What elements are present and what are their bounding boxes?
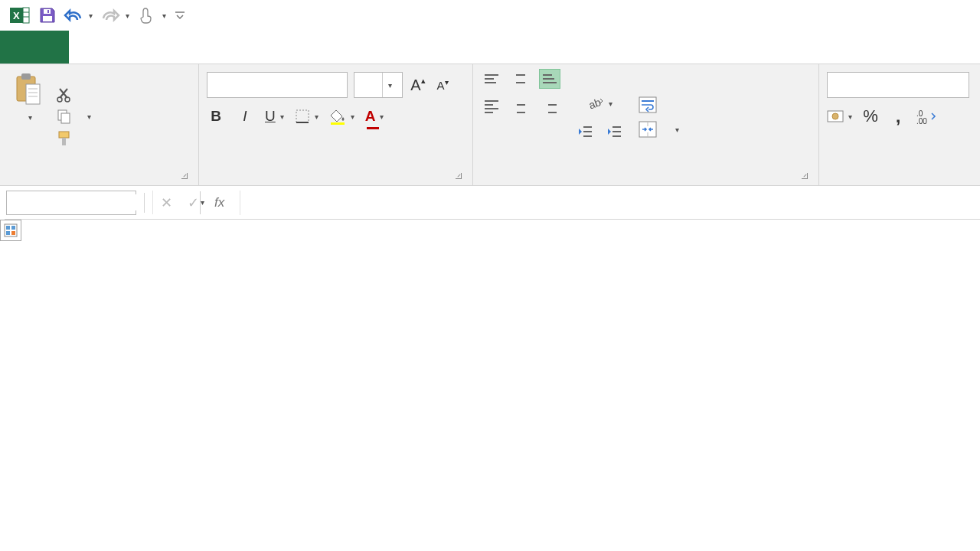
undo-button[interactable]: ▾ bbox=[61, 8, 98, 23]
autofill-options-button[interactable] bbox=[0, 220, 21, 241]
tab-file[interactable] bbox=[0, 31, 69, 64]
format-painter-icon bbox=[57, 130, 72, 147]
svg-rect-10 bbox=[21, 73, 31, 80]
save-icon[interactable] bbox=[34, 3, 61, 28]
svg-rect-5 bbox=[44, 9, 51, 14]
svg-rect-42 bbox=[11, 226, 15, 230]
group-number: % , .0.00 bbox=[819, 64, 972, 185]
dialog-launcher-icon[interactable] bbox=[452, 170, 463, 181]
font-size-input[interactable] bbox=[354, 77, 382, 93]
formula-bar: ▾ ✕ ✓ fx bbox=[0, 186, 980, 220]
touch-mode-button[interactable]: ▾ bbox=[135, 6, 172, 24]
group-alignment: ab ▾ bbox=[473, 64, 819, 185]
dialog-launcher-icon[interactable] bbox=[799, 170, 809, 181]
cancel-icon[interactable]: ✕ bbox=[161, 194, 172, 211]
svg-text:ab: ab bbox=[587, 96, 603, 111]
chevron-down-icon[interactable]: ▾ bbox=[675, 126, 679, 134]
accounting-format-button[interactable] bbox=[827, 106, 852, 127]
svg-rect-23 bbox=[331, 122, 345, 125]
font-color-button[interactable]: A bbox=[365, 106, 384, 127]
svg-rect-43 bbox=[6, 231, 10, 235]
decrease-font-icon[interactable]: A▾ bbox=[433, 74, 452, 96]
increase-indent-button[interactable] bbox=[603, 122, 625, 142]
merge-center-button[interactable]: ▾ bbox=[639, 121, 679, 138]
paste-button[interactable]: ▾ bbox=[8, 69, 49, 165]
paste-icon bbox=[14, 72, 43, 107]
svg-rect-11 bbox=[26, 84, 40, 104]
orientation-button[interactable]: ab bbox=[574, 93, 625, 114]
wrap-text-button[interactable] bbox=[639, 96, 679, 113]
enter-icon[interactable]: ✓ bbox=[188, 194, 199, 211]
bold-button[interactable]: B bbox=[207, 106, 225, 127]
chevron-down-icon[interactable]: ▾ bbox=[382, 73, 397, 97]
svg-rect-6 bbox=[43, 16, 52, 21]
chevron-down-icon[interactable]: ▾ bbox=[87, 112, 91, 121]
format-painter-button[interactable] bbox=[57, 130, 91, 147]
number-format-combo[interactable] bbox=[827, 72, 969, 98]
border-button[interactable] bbox=[295, 106, 318, 127]
align-middle-button[interactable] bbox=[510, 69, 531, 89]
align-center-button[interactable] bbox=[510, 96, 531, 116]
chevron-down-icon[interactable]: ▾ bbox=[122, 11, 132, 20]
group-font: ▾ ▾ A▴ A▾ B I U A bbox=[199, 64, 473, 185]
copy-button[interactable]: ▾ bbox=[57, 109, 91, 124]
svg-rect-41 bbox=[6, 226, 10, 230]
title-bar: X ▾ ▾ ▾ bbox=[0, 0, 980, 31]
fx-icon[interactable]: fx bbox=[214, 195, 224, 210]
decrease-indent-button[interactable] bbox=[574, 122, 596, 142]
svg-point-37 bbox=[832, 113, 838, 119]
italic-button[interactable]: I bbox=[236, 106, 254, 127]
percent-button[interactable]: % bbox=[861, 106, 880, 127]
cut-icon bbox=[57, 87, 72, 103]
number-format-input[interactable] bbox=[828, 77, 950, 93]
align-bottom-button[interactable] bbox=[539, 69, 560, 89]
svg-text:.00: .00 bbox=[916, 117, 927, 124]
chevron-down-icon[interactable]: ▾ bbox=[159, 11, 168, 20]
redo-button[interactable]: ▾ bbox=[98, 8, 135, 23]
dialog-launcher-icon[interactable] bbox=[178, 170, 189, 181]
wrap-text-icon bbox=[639, 96, 657, 113]
align-right-button[interactable] bbox=[539, 96, 560, 116]
redo-icon bbox=[98, 8, 122, 23]
align-top-button[interactable] bbox=[481, 69, 502, 89]
fill-color-button[interactable] bbox=[329, 106, 354, 127]
customize-qat-icon[interactable] bbox=[172, 3, 188, 28]
comma-button[interactable]: , bbox=[889, 106, 907, 127]
group-clipboard: ▾ ▾ bbox=[0, 64, 199, 185]
font-size-combo[interactable]: ▾ bbox=[354, 72, 403, 98]
clipboard-side: ▾ bbox=[57, 69, 91, 165]
chevron-down-icon[interactable]: ▾ bbox=[28, 113, 32, 122]
increase-decimal-button[interactable]: .0.00 bbox=[916, 106, 936, 127]
ribbon: ▾ ▾ bbox=[0, 64, 980, 186]
chevron-down-icon[interactable]: ▾ bbox=[86, 11, 95, 20]
svg-rect-44 bbox=[11, 231, 15, 235]
svg-rect-19 bbox=[59, 132, 69, 138]
undo-icon bbox=[61, 8, 86, 23]
svg-rect-18 bbox=[61, 113, 70, 123]
cut-button[interactable] bbox=[57, 87, 91, 103]
svg-rect-2 bbox=[23, 8, 29, 23]
name-box[interactable]: ▾ bbox=[6, 191, 136, 215]
ribbon-tabs bbox=[0, 31, 980, 64]
svg-rect-7 bbox=[47, 10, 49, 13]
formula-input[interactable] bbox=[240, 191, 974, 215]
align-left-button[interactable] bbox=[481, 96, 502, 116]
svg-text:X: X bbox=[13, 10, 20, 21]
increase-font-icon[interactable]: A▴ bbox=[409, 74, 427, 96]
merge-center-icon bbox=[639, 121, 657, 138]
underline-button[interactable]: U bbox=[265, 106, 284, 127]
svg-rect-20 bbox=[62, 138, 66, 145]
svg-rect-21 bbox=[296, 110, 309, 122]
copy-icon bbox=[57, 109, 72, 124]
quick-access-toolbar: X ▾ ▾ ▾ bbox=[0, 3, 188, 28]
font-name-combo[interactable]: ▾ bbox=[207, 72, 348, 98]
excel-app-icon: X bbox=[6, 3, 34, 28]
touch-icon bbox=[135, 6, 159, 24]
